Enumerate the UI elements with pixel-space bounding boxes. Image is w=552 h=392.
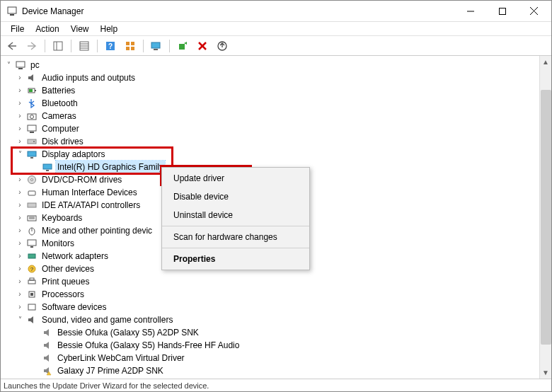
svg-rect-17 <box>131 47 134 50</box>
tree-label: Bessie Ofuka (Galaxy S5) A2DP SNK <box>56 326 200 339</box>
enable-device-button[interactable] <box>174 38 191 54</box>
display-adapter-icon <box>42 161 53 173</box>
update-driver-button[interactable] <box>214 38 231 54</box>
chevron-right-icon[interactable]: › <box>15 111 25 121</box>
icons-button[interactable] <box>122 38 139 54</box>
tree-node-cameras[interactable]: ›Cameras <box>2 110 550 122</box>
toolbar-separator <box>71 40 71 52</box>
tree-node-processors[interactable]: ›Processors <box>2 288 550 301</box>
chevron-right-icon[interactable]: › <box>15 251 25 261</box>
tree-label: Galaxy J7 Prime A2DP SNK <box>56 364 165 377</box>
tree-node-sound-device[interactable]: Bessie Ofuka (Galaxy S5) A2DP SNK <box>2 326 550 339</box>
context-menu-disable-device[interactable]: Disable device <box>162 188 309 206</box>
computer-icon <box>15 59 26 71</box>
mouse-icon <box>26 225 38 236</box>
svg-rect-50 <box>28 254 35 258</box>
tree-node-sound-device[interactable]: Galaxy J7 Prime A2DP SNK <box>2 364 550 377</box>
chevron-down-icon[interactable]: ˅ <box>15 315 25 325</box>
svg-rect-16 <box>126 47 130 50</box>
context-menu-properties[interactable]: Properties <box>162 250 309 268</box>
tree-node-display-adapters[interactable]: ˅Display adaptors <box>2 148 550 161</box>
chevron-down-icon[interactable]: ˅ <box>15 149 25 159</box>
software-device-icon <box>26 301 38 313</box>
tree-panel: ˅ pc ›Audio inputs and outputs ›Batterie… <box>1 56 551 379</box>
chevron-down-icon[interactable]: ˅ <box>4 60 13 70</box>
chevron-right-icon[interactable]: › <box>15 124 25 134</box>
help-button[interactable]: ? <box>102 38 119 54</box>
chevron-right-icon[interactable]: › <box>15 264 25 274</box>
context-menu-scan-hardware[interactable]: Scan for hardware changes <box>162 228 309 246</box>
svg-rect-38 <box>46 170 49 171</box>
toolbar-separator <box>169 40 170 52</box>
tree-label: Bluetooth <box>40 97 79 110</box>
tree-node-root[interactable]: ˅ pc <box>2 59 550 71</box>
chevron-right-icon[interactable]: › <box>15 213 25 223</box>
chevron-right-icon[interactable]: › <box>15 175 25 185</box>
scroll-thumb[interactable] <box>541 90 551 345</box>
maximize-button[interactable] <box>486 1 518 21</box>
cpu-icon <box>26 289 38 300</box>
disc-icon <box>26 174 38 185</box>
properties-button[interactable] <box>76 38 93 54</box>
chevron-right-icon[interactable]: › <box>15 200 25 210</box>
tree-node-sound-device[interactable]: Bessie Ofuka (Galaxy S5) Hands-Free HF A… <box>2 339 550 352</box>
back-button[interactable] <box>4 38 21 54</box>
toolbar-separator <box>97 40 98 52</box>
menu-action[interactable]: Action <box>30 24 64 34</box>
chevron-right-icon[interactable]: › <box>15 86 25 96</box>
tree-node-software[interactable]: ›Software devices <box>2 301 550 313</box>
expander-empty <box>30 366 40 376</box>
chevron-right-icon[interactable]: › <box>15 226 25 236</box>
chevron-right-icon[interactable]: › <box>15 188 25 197</box>
close-button[interactable] <box>518 1 550 21</box>
chevron-right-icon[interactable]: › <box>15 302 25 312</box>
forward-button[interactable] <box>23 38 40 54</box>
vertical-scrollbar[interactable]: ▲ ▼ <box>539 56 551 379</box>
disk-icon <box>26 136 38 147</box>
titlebar: Device Manager <box>1 1 551 22</box>
tree-label: pc <box>29 59 41 71</box>
chevron-right-icon[interactable]: › <box>15 277 25 287</box>
svg-rect-33 <box>28 139 36 144</box>
tree-node-bluetooth[interactable]: ›Bluetooth <box>2 97 550 110</box>
tree-node-computer[interactable]: ›Computer <box>2 122 550 135</box>
tree-label: Galaxy J7 Prime Hands-Free HF Audio <box>56 377 205 379</box>
context-menu-update-driver[interactable]: Update driver <box>162 169 309 188</box>
tree-node-sound-device[interactable]: CyberLink WebCam Virtual Driver <box>2 352 550 364</box>
scroll-down-arrow[interactable]: ▼ <box>540 367 551 379</box>
scan-hardware-button[interactable] <box>148 38 165 54</box>
tree-node-audio[interactable]: ›Audio inputs and outputs <box>2 71 550 84</box>
menu-view[interactable]: View <box>65 24 95 34</box>
status-text: Launches the Update Driver Wizard for th… <box>4 381 209 390</box>
tree-node-batteries[interactable]: ›Batteries <box>2 84 550 97</box>
chevron-right-icon[interactable]: › <box>15 98 25 108</box>
keyboard-icon <box>26 212 38 224</box>
speaker-icon <box>42 340 53 351</box>
menu-help[interactable]: Help <box>95 24 124 34</box>
chevron-right-icon[interactable]: › <box>15 73 25 83</box>
tree-label: Network adapters <box>40 250 110 263</box>
chevron-right-icon[interactable]: › <box>15 289 25 299</box>
svg-rect-42 <box>28 203 36 207</box>
minimize-button[interactable] <box>454 1 486 21</box>
toolbar-separator <box>143 40 144 52</box>
chevron-right-icon[interactable]: › <box>15 238 25 248</box>
camera-icon <box>26 110 38 122</box>
context-menu-separator <box>162 248 309 248</box>
tree-node-diskdrives[interactable]: ›Disk drives <box>2 135 550 148</box>
show-hide-tree-button[interactable] <box>50 38 67 54</box>
uninstall-device-button[interactable] <box>194 38 211 54</box>
tree-node-sound[interactable]: ˅Sound, video and game controllers <box>2 313 550 326</box>
svg-point-40 <box>31 179 33 181</box>
svg-rect-31 <box>28 125 36 131</box>
svg-rect-28 <box>29 89 33 92</box>
scroll-up-arrow[interactable]: ▲ <box>540 56 551 68</box>
tree-node-sound-device[interactable]: Galaxy J7 Prime Hands-Free HF Audio <box>2 377 550 379</box>
svg-point-34 <box>33 141 35 142</box>
tree-node-printqueues[interactable]: ›Print queues <box>2 275 550 288</box>
menu-file[interactable]: File <box>5 24 30 34</box>
chevron-right-icon[interactable]: › <box>15 137 25 146</box>
context-menu-uninstall-device[interactable]: Uninstall device <box>162 206 309 224</box>
svg-rect-37 <box>43 164 52 169</box>
tree-label: Other devices <box>40 263 96 275</box>
